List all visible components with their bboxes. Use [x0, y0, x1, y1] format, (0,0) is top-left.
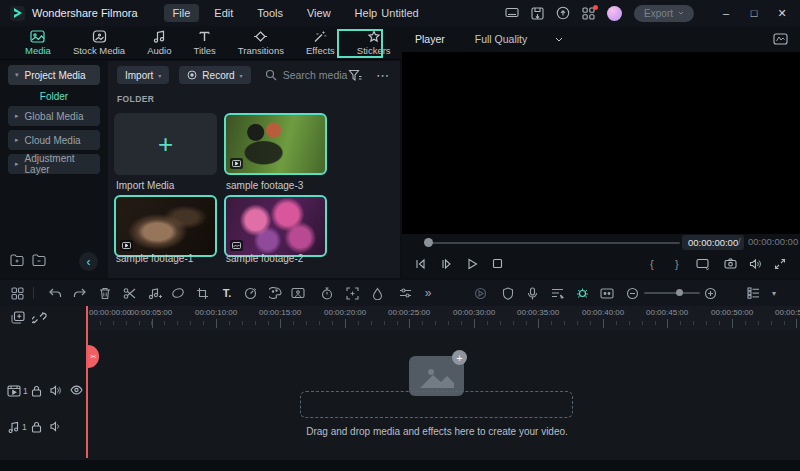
- motion-tracking-icon[interactable]: [344, 285, 360, 301]
- sidebar-item-global-media[interactable]: ▸ Global Media: [8, 106, 100, 126]
- apps-grid-icon[interactable]: [582, 7, 595, 20]
- save-icon[interactable]: [531, 7, 544, 20]
- tile-label: sample footage-3: [226, 180, 336, 191]
- adjust-sliders-icon[interactable]: [397, 285, 413, 301]
- display-layout-icon[interactable]: [505, 7, 519, 19]
- unlink-icon[interactable]: [32, 311, 47, 324]
- menu-tools[interactable]: Tools: [248, 4, 292, 22]
- lock-track-icon[interactable]: [31, 421, 42, 433]
- split-scissors-icon[interactable]: [122, 285, 138, 301]
- delete-icon[interactable]: [97, 285, 113, 301]
- media-tile-sample-footage-1[interactable]: [114, 195, 217, 257]
- add-media-icon[interactable]: [147, 285, 163, 301]
- stopwatch-icon[interactable]: [319, 285, 335, 301]
- previous-frame-icon[interactable]: [414, 258, 427, 270]
- maximize-button[interactable]: □: [744, 7, 764, 20]
- media-tile-sample-footage-2[interactable]: [224, 195, 327, 257]
- sidebar-item-folder[interactable]: Folder: [0, 91, 108, 102]
- video-preview[interactable]: [402, 52, 800, 234]
- tile-label: sample footage-2: [226, 253, 336, 264]
- user-avatar[interactable]: [607, 6, 622, 21]
- tab-audio[interactable]: Audio: [138, 27, 180, 59]
- shield-icon[interactable]: [500, 285, 516, 301]
- playhead-line[interactable]: [86, 306, 88, 458]
- more-options-icon[interactable]: ⋯: [376, 68, 390, 83]
- render-bug-icon[interactable]: [574, 285, 590, 301]
- new-folder-icon[interactable]: [10, 254, 24, 266]
- auto-reframe-icon[interactable]: [290, 285, 306, 301]
- tab-transitions[interactable]: Transitions: [229, 27, 293, 59]
- app-brand: Wondershare Filmora: [32, 7, 138, 19]
- sidebar-item-label: Global Media: [25, 111, 84, 122]
- hide-track-eye-icon[interactable]: [70, 385, 83, 395]
- timeline-ruler[interactable]: 00:00:00:00 00:00:05:00 00:00:10:00 00:0…: [87, 306, 800, 330]
- fullscreen-icon[interactable]: [774, 258, 786, 270]
- record-label: Record: [202, 70, 234, 81]
- media-tile-sample-footage-3[interactable]: [224, 113, 327, 175]
- close-button[interactable]: ✕: [772, 7, 792, 20]
- speed-icon[interactable]: [242, 285, 258, 301]
- menu-view[interactable]: View: [298, 4, 340, 22]
- seek-bar[interactable]: [428, 242, 680, 244]
- mute-track-icon[interactable]: [50, 421, 62, 432]
- scope-panel-icon[interactable]: [773, 33, 788, 45]
- stop-icon[interactable]: [492, 258, 503, 269]
- tab-stickers[interactable]: Stickers: [348, 27, 400, 59]
- color-palette-icon[interactable]: [267, 285, 283, 301]
- minimize-button[interactable]: –: [716, 7, 736, 20]
- next-frame-icon[interactable]: [440, 258, 453, 270]
- track-height-icon[interactable]: [745, 285, 761, 301]
- undo-icon[interactable]: [47, 285, 63, 301]
- tab-effects[interactable]: Effects: [297, 27, 344, 59]
- export-button[interactable]: Export: [634, 5, 694, 22]
- sidebar-item-adjustment-layer[interactable]: ▸ Adjustment Layer: [8, 154, 100, 174]
- toolbox-grid-icon[interactable]: [9, 285, 25, 301]
- mask-drop-icon[interactable]: [369, 285, 385, 301]
- mark-in-icon[interactable]: {: [650, 258, 654, 270]
- seek-handle[interactable]: [424, 238, 433, 247]
- record-button[interactable]: Record ▾: [179, 66, 250, 84]
- collapse-sidebar-button[interactable]: ‹: [79, 252, 98, 271]
- track-options-caret-icon[interactable]: ▾: [766, 285, 782, 301]
- quality-dropdown[interactable]: Full Quality: [475, 33, 564, 45]
- mute-track-icon[interactable]: [50, 385, 62, 396]
- menu-edit[interactable]: Edit: [205, 4, 242, 22]
- redo-icon[interactable]: [72, 285, 88, 301]
- tab-titles[interactable]: Titles: [184, 27, 224, 59]
- add-track-icon[interactable]: [11, 311, 25, 324]
- zoom-slider-handle[interactable]: [676, 289, 683, 296]
- media-toolbar-right: ⋯: [348, 65, 390, 85]
- menu-help[interactable]: Help: [346, 4, 387, 22]
- keying-icon[interactable]: [170, 285, 186, 301]
- sidebar-item-cloud-media[interactable]: ▸ Cloud Media: [8, 130, 100, 150]
- sidebar-item-project-media[interactable]: ▾ Project Media: [8, 65, 100, 85]
- crop-icon[interactable]: [194, 285, 210, 301]
- zoom-out-icon[interactable]: [624, 285, 640, 301]
- text-tool-icon[interactable]: T.: [219, 285, 235, 301]
- render-play-icon[interactable]: [472, 285, 488, 301]
- display-mode-icon[interactable]: [696, 258, 711, 270]
- render-list-icon[interactable]: [549, 285, 565, 301]
- zoom-in-icon[interactable]: [702, 285, 718, 301]
- menu-file[interactable]: File: [164, 4, 200, 22]
- import-button[interactable]: Import ▾: [117, 66, 169, 84]
- playhead-handle[interactable]: ✂: [88, 345, 99, 368]
- timeline-dropzone[interactable]: [300, 391, 573, 418]
- filter-icon[interactable]: [348, 69, 362, 82]
- timeline-zoom-slider[interactable]: [644, 292, 700, 294]
- snapshot-camera-icon[interactable]: [724, 258, 737, 269]
- mark-out-icon[interactable]: }: [675, 258, 679, 270]
- delete-folder-icon[interactable]: [32, 254, 46, 266]
- play-icon[interactable]: [466, 258, 478, 270]
- marker-icon[interactable]: [599, 285, 615, 301]
- more-tools-icon[interactable]: »: [420, 285, 436, 301]
- current-timecode[interactable]: 00:00:00:00: [682, 235, 744, 250]
- lock-track-icon[interactable]: [31, 385, 42, 397]
- tab-media[interactable]: Media: [16, 27, 60, 59]
- import-media-tile[interactable]: +: [114, 113, 217, 175]
- volume-icon[interactable]: [749, 258, 762, 270]
- tab-stock-media[interactable]: Stock Media: [64, 27, 134, 59]
- search-input[interactable]: Search media: [265, 69, 348, 81]
- upload-cloud-icon[interactable]: [556, 6, 570, 20]
- voiceover-mic-icon[interactable]: [524, 285, 540, 301]
